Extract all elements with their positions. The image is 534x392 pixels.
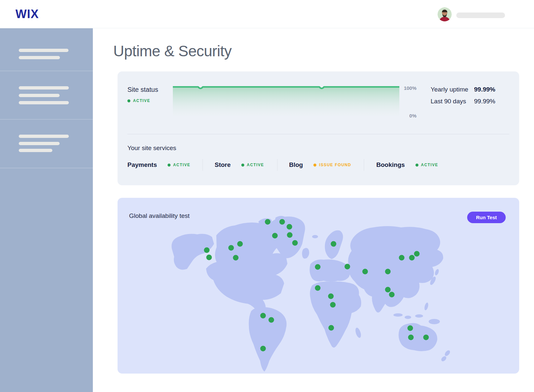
availability-dot[interactable] xyxy=(330,302,335,308)
uptime-sparkline xyxy=(173,85,399,116)
availability-dot[interactable] xyxy=(280,219,285,225)
sidebar xyxy=(0,28,93,392)
card-divider xyxy=(127,134,509,134)
availability-dot[interactable] xyxy=(265,219,271,225)
user-name-placeholder xyxy=(456,13,505,18)
service-name: Blog xyxy=(289,161,303,169)
availability-dot[interactable] xyxy=(269,317,274,323)
stat-value: 99.99% xyxy=(474,86,495,93)
skeleton-bar xyxy=(19,142,60,145)
uptime-stats: Yearly uptime 99.99% Last 90 days 99.99% xyxy=(431,86,506,105)
avatar[interactable] xyxy=(438,7,452,21)
skeleton-bar xyxy=(19,135,69,138)
availability-dot[interactable] xyxy=(409,255,415,261)
skeleton-bar xyxy=(19,149,52,152)
availability-dot[interactable] xyxy=(292,240,298,246)
availability-dot[interactable] xyxy=(260,346,266,352)
service-item-bookings: BookingsACTIVE xyxy=(364,159,463,171)
availability-dot[interactable] xyxy=(408,334,414,340)
skeleton-bar xyxy=(19,49,68,52)
availability-dot[interactable] xyxy=(272,233,278,238)
status-dot-icon xyxy=(313,164,316,167)
skeleton-bar xyxy=(19,56,60,59)
uptime-chart xyxy=(173,85,399,116)
availability-dot[interactable] xyxy=(414,251,419,256)
service-item-store: StoreACTIVE xyxy=(203,159,278,171)
run-test-button[interactable]: Run Test xyxy=(467,212,506,223)
global-availability-card: Global availability test Run Test xyxy=(118,198,519,374)
stat-label: Yearly uptime xyxy=(431,86,474,93)
services-title: Your site services xyxy=(127,144,176,152)
availability-dot[interactable] xyxy=(329,325,334,331)
service-name: Bookings xyxy=(376,161,405,169)
availability-dot[interactable] xyxy=(237,241,243,247)
map-title: Global availability test xyxy=(129,212,190,220)
availability-dot[interactable] xyxy=(204,248,209,253)
availability-dot[interactable] xyxy=(260,313,266,318)
sidebar-divider xyxy=(0,119,93,119)
service-name: Payments xyxy=(127,161,157,169)
wix-logo[interactable]: WIX xyxy=(15,7,39,21)
avatar-illustration xyxy=(438,7,452,21)
status-text: ISSUE FOUND xyxy=(319,163,351,167)
site-status-card: Site status ACTIVE 100% 0% Yearly uptim xyxy=(118,71,519,185)
skeleton-bar xyxy=(19,86,69,90)
status-text: ACTIVE xyxy=(173,163,190,167)
axis-label-min: 0% xyxy=(397,113,416,118)
site-status-badge: ACTIVE xyxy=(127,98,150,103)
status-dot-icon xyxy=(415,164,418,167)
availability-dot[interactable] xyxy=(287,224,292,230)
availability-dot[interactable] xyxy=(287,232,293,238)
availability-dot[interactable] xyxy=(399,255,404,261)
status-text: ACTIVE xyxy=(421,163,438,167)
service-status-badge: ACTIVE xyxy=(415,163,438,167)
axis-label-max: 100% xyxy=(397,85,416,91)
availability-dot[interactable] xyxy=(206,255,212,260)
availability-dot[interactable] xyxy=(228,245,234,251)
service-item-payments: PaymentsACTIVE xyxy=(127,159,203,171)
status-text: ACTIVE xyxy=(247,163,264,167)
service-status-badge: ISSUE FOUND xyxy=(313,163,351,167)
service-item-blog: BlogISSUE FOUND xyxy=(278,159,364,171)
availability-dot[interactable] xyxy=(385,269,391,274)
skeleton-bar xyxy=(19,101,69,104)
status-dot-icon xyxy=(241,164,244,167)
service-status-badge: ACTIVE xyxy=(241,163,264,167)
status-dot-icon xyxy=(168,164,171,167)
availability-dot[interactable] xyxy=(233,255,238,261)
status-dot-icon xyxy=(127,99,130,102)
stat-value: 99.99% xyxy=(474,98,495,105)
service-status-badge: ACTIVE xyxy=(168,163,190,167)
service-name: Store xyxy=(215,161,231,169)
stat-yearly-uptime: Yearly uptime 99.99% xyxy=(431,86,506,93)
availability-dot[interactable] xyxy=(315,264,320,270)
availability-dot[interactable] xyxy=(385,287,391,292)
availability-dot[interactable] xyxy=(331,241,336,247)
site-status-label: Site status xyxy=(127,86,158,93)
stat-last-90-days: Last 90 days 99.99% xyxy=(431,98,506,105)
availability-dot[interactable] xyxy=(423,334,429,340)
skeleton-bar xyxy=(19,94,60,97)
availability-dot[interactable] xyxy=(362,269,368,274)
stat-label: Last 90 days xyxy=(431,98,474,105)
sidebar-divider xyxy=(0,71,93,71)
availability-dot[interactable] xyxy=(389,292,395,297)
availability-dot[interactable] xyxy=(328,294,334,299)
app-window: WIX xyxy=(0,0,534,392)
availability-dot[interactable] xyxy=(408,326,413,331)
availability-dots-layer xyxy=(118,198,519,374)
availability-dot[interactable] xyxy=(315,285,320,291)
services-row: PaymentsACTIVEStoreACTIVEBlogISSUE FOUND… xyxy=(127,158,463,172)
page-title: Uptime & Security xyxy=(113,42,232,60)
status-text: ACTIVE xyxy=(133,98,150,103)
sidebar-divider xyxy=(0,168,93,168)
topbar: WIX xyxy=(0,0,534,28)
availability-dot[interactable] xyxy=(344,264,350,269)
